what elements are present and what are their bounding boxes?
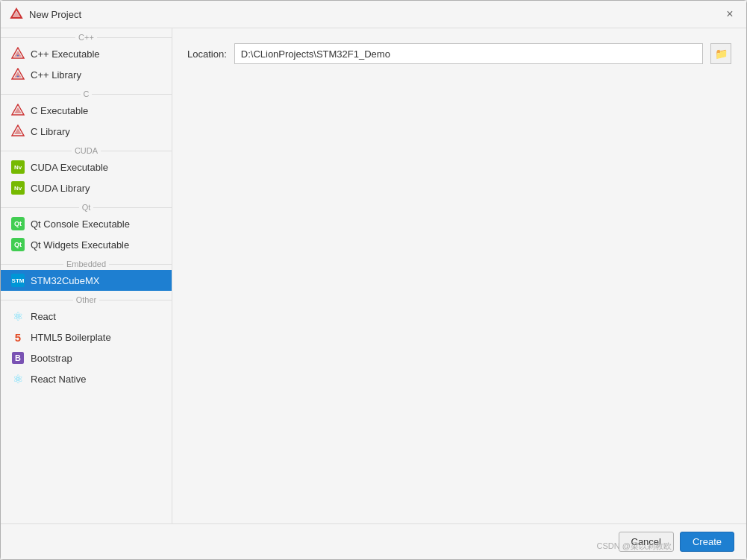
sidebar-item-label-qt-console: Qt Console Executable (31, 218, 130, 230)
svg-text:+: + (16, 53, 19, 57)
sidebar-item-label-cuda-executable: CUDA Executable (31, 162, 108, 173)
html5-icon: 5 (11, 330, 25, 344)
sidebar-item-label-bootstrap: Bootstrap (31, 353, 72, 364)
sidebar-section-cuda: CUDA (1, 142, 172, 157)
new-project-dialog: New Project × C++ + C++ Executable + C++… (0, 0, 747, 560)
sidebar-item-qt-console[interactable]: QtQt Console Executable (1, 213, 172, 234)
cpp-triangle-icon: + (11, 68, 25, 81)
dialog-content: C++ + C++ Executable + C++ LibraryC C Ex… (1, 28, 746, 523)
svg-text:+: + (16, 74, 19, 78)
folder-icon: 📁 (715, 48, 728, 60)
location-label: Location: (187, 48, 227, 60)
cuda-icon: Nv (11, 181, 25, 195)
sidebar-item-label-react-native: React Native (31, 374, 86, 385)
sidebar-item-c-executable[interactable]: C Executable (1, 100, 172, 121)
sidebar-item-label-cpp-library: C++ Library (31, 69, 81, 81)
sidebar-item-label-stm32cubemx: STM32CubeMX (31, 275, 99, 286)
qt-icon: Qt (11, 238, 25, 251)
app-icon (10, 7, 23, 21)
sidebar-item-label-c-executable: C Executable (31, 105, 88, 116)
c-triangle-icon (11, 104, 25, 117)
location-input[interactable] (234, 43, 703, 64)
title-bar: New Project × (1, 1, 746, 28)
sidebar-item-label-cpp-executable: C++ Executable (31, 48, 100, 60)
cuda-icon: Nv (11, 160, 25, 174)
sidebar-item-stm32cubemx[interactable]: STMSTM32CubeMX (1, 270, 172, 291)
sidebar-section-c++: C++ (1, 28, 172, 43)
watermark: CSDN @梁以剎教欧 (597, 541, 672, 552)
sidebar-section-c: C (1, 85, 172, 100)
sidebar-item-cpp-executable[interactable]: + C++ Executable (1, 43, 172, 64)
sidebar-section-qt: Qt (1, 198, 172, 213)
sidebar-section-other: Other (1, 291, 172, 306)
bootstrap-icon: B (11, 351, 25, 365)
react-icon: ⚛ (11, 309, 25, 323)
create-button[interactable]: Create (680, 532, 734, 552)
sidebar-item-label-react: React (31, 311, 56, 322)
dialog-title: New Project (29, 9, 716, 20)
location-row: Location: 📁 (187, 43, 731, 64)
main-panel: Location: 📁 (172, 28, 746, 523)
sidebar-item-cuda-library[interactable]: NvCUDA Library (1, 177, 172, 198)
sidebar-item-label-html5: HTML5 Boilerplate (31, 332, 111, 343)
sidebar-item-bootstrap[interactable]: BBootstrap (1, 347, 172, 368)
sidebar-item-label-qt-widgets: Qt Widgets Executable (31, 239, 129, 251)
qt-icon: Qt (11, 217, 25, 230)
sidebar-item-cpp-library[interactable]: + C++ Library (1, 64, 172, 85)
sidebar-section-embedded: Embedded (1, 255, 172, 270)
c-triangle-icon (11, 125, 25, 138)
sidebar-item-cuda-executable[interactable]: NvCUDA Executable (1, 157, 172, 177)
cpp-triangle-icon: + (11, 47, 25, 60)
sidebar-item-react-native[interactable]: ⚛React Native (1, 368, 172, 389)
sidebar-item-qt-widgets[interactable]: QtQt Widgets Executable (1, 234, 172, 255)
project-type-sidebar: C++ + C++ Executable + C++ LibraryC C Ex… (1, 28, 172, 523)
react-icon: ⚛ (11, 372, 25, 386)
stm-icon: STM (11, 274, 25, 287)
sidebar-item-label-c-library: C Library (31, 126, 70, 137)
sidebar-item-html5[interactable]: 5HTML5 Boilerplate (1, 327, 172, 347)
sidebar-item-react[interactable]: ⚛React (1, 306, 172, 327)
sidebar-item-label-cuda-library: CUDA Library (31, 183, 90, 194)
browse-folder-button[interactable]: 📁 (710, 43, 731, 64)
close-button[interactable]: × (722, 7, 737, 22)
sidebar-item-c-library[interactable]: C Library (1, 121, 172, 142)
